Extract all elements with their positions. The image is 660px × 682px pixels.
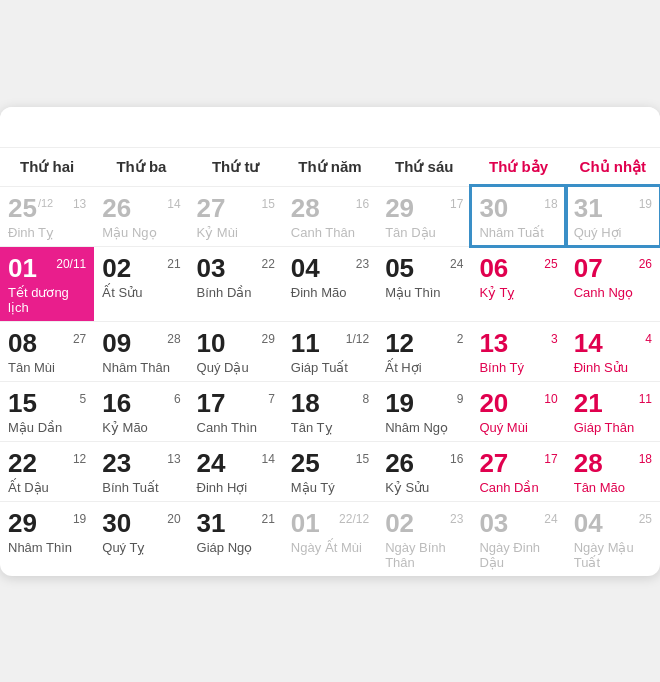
lunar-name: Đinh Hợi xyxy=(197,480,275,495)
calendar-day-5-6[interactable]: 0425Ngày Mậu Tuất xyxy=(566,501,660,576)
lunar-name: Tết dương lịch xyxy=(8,285,86,315)
calendar-day-5-1[interactable]: 3020Quý Tỵ xyxy=(94,501,188,576)
calendar-weekdays: Thứ haiThứ baThứ tưThứ nămThứ sáuThứ bảy… xyxy=(0,147,660,186)
lunar-name: Bính Tý xyxy=(479,360,557,375)
day-number: 07 xyxy=(574,255,603,281)
lunar-small-number: 27 xyxy=(73,332,86,346)
lunar-name: Mậu Ngọ xyxy=(102,225,180,240)
calendar-day-5-2[interactable]: 3121Giáp Ngọ xyxy=(189,501,283,576)
calendar-day-5-4[interactable]: 0223Ngày Bính Thân xyxy=(377,501,471,576)
calendar-day-2-4[interactable]: 122Ất Hợi xyxy=(377,321,471,381)
lunar-small-number: 24 xyxy=(450,257,463,271)
lunar-small-number: 2 xyxy=(457,332,464,346)
lunar-small-number: 19 xyxy=(73,512,86,526)
prev-month-button[interactable] xyxy=(20,123,40,131)
calendar-day-1-6[interactable]: 0726Canh Ngọ xyxy=(566,246,660,321)
calendar-day-0-1[interactable]: 2614Mậu Ngọ xyxy=(94,186,188,246)
calendar-container: Thứ haiThứ baThứ tưThứ nămThứ sáuThứ bảy… xyxy=(0,107,660,576)
weekday-header-6: Chủ nhật xyxy=(566,147,660,186)
calendar-day-4-4[interactable]: 2616Kỷ Sửu xyxy=(377,441,471,501)
day-number: 26 xyxy=(102,195,131,221)
calendar-day-4-6[interactable]: 2818Tân Mão xyxy=(566,441,660,501)
day-number: 03 xyxy=(197,255,226,281)
next-month-button[interactable] xyxy=(620,123,640,131)
day-number: 14 xyxy=(574,330,603,356)
lunar-name: Đinh Tỵ xyxy=(8,225,86,240)
calendar-day-1-1[interactable]: 0221Ất Sửu xyxy=(94,246,188,321)
calendar-day-1-3[interactable]: 0423Đinh Mão xyxy=(283,246,377,321)
calendar-day-3-1[interactable]: 166Kỷ Mão xyxy=(94,381,188,441)
calendar-day-2-5[interactable]: 133Bính Tý xyxy=(471,321,565,381)
lunar-name: Quý Mùi xyxy=(479,420,557,435)
day-number: 31 xyxy=(574,195,603,221)
calendar-day-1-0[interactable]: 0120/11Tết dương lịch xyxy=(0,246,94,321)
lunar-small-number: 21 xyxy=(167,257,180,271)
lunar-small-number: 11 xyxy=(639,392,652,406)
lunar-small-number: 16 xyxy=(356,197,369,211)
lunar-small-number: 19 xyxy=(639,197,652,211)
calendar-day-1-5[interactable]: 0625Kỷ Tỵ xyxy=(471,246,565,321)
lunar-name: Tân Mão xyxy=(574,480,652,495)
lunar-small-number: 14 xyxy=(167,197,180,211)
day-sub: /12 xyxy=(38,198,53,209)
lunar-small-number: 23 xyxy=(450,512,463,526)
calendar-day-3-5[interactable]: 2010Quý Mùi xyxy=(471,381,565,441)
calendar-day-2-3[interactable]: 111/12Giáp Tuất xyxy=(283,321,377,381)
lunar-name: Tân Tỵ xyxy=(291,420,369,435)
calendar-day-0-5[interactable]: 3018Nhâm Tuất xyxy=(471,186,565,246)
calendar-day-5-5[interactable]: 0324Ngày Đinh Dậu xyxy=(471,501,565,576)
calendar-day-3-4[interactable]: 199Nhâm Ngọ xyxy=(377,381,471,441)
calendar-day-0-4[interactable]: 2917Tân Dậu xyxy=(377,186,471,246)
calendar-day-0-2[interactable]: 2715Kỷ Mùi xyxy=(189,186,283,246)
calendar-day-0-6[interactable]: 3119Quý Hợi xyxy=(566,186,660,246)
day-number: 21 xyxy=(574,390,603,416)
calendar-day-4-1[interactable]: 2313Bính Tuất xyxy=(94,441,188,501)
weekday-header-0: Thứ hai xyxy=(0,147,94,186)
lunar-small-number: 21 xyxy=(261,512,274,526)
lunar-small-number: 17 xyxy=(544,452,557,466)
calendar-day-0-0[interactable]: 25/1213Đinh Tỵ xyxy=(0,186,94,246)
calendar-day-5-0[interactable]: 2919Nhâm Thìn xyxy=(0,501,94,576)
lunar-small-number: 26 xyxy=(639,257,652,271)
day-number: 28 xyxy=(574,450,603,476)
lunar-name: Kỷ Mùi xyxy=(197,225,275,240)
calendar-day-3-2[interactable]: 177Canh Thìn xyxy=(189,381,283,441)
calendar-week-3: 155Mậu Dần166Kỷ Mão177Canh Thìn188Tân Tỵ… xyxy=(0,381,660,441)
calendar-day-4-5[interactable]: 2717Canh Dần xyxy=(471,441,565,501)
calendar-day-3-0[interactable]: 155Mậu Dần xyxy=(0,381,94,441)
day-number: 25 xyxy=(8,195,37,221)
weekday-header-3: Thứ năm xyxy=(283,147,377,186)
day-number: 27 xyxy=(197,195,226,221)
calendar-week-5: 2919Nhâm Thìn3020Quý Tỵ3121Giáp Ngọ0122/… xyxy=(0,501,660,576)
day-number: 06 xyxy=(479,255,508,281)
lunar-name: Canh Dần xyxy=(479,480,557,495)
calendar-day-1-2[interactable]: 0322Bính Dần xyxy=(189,246,283,321)
lunar-name: Kỷ Tỵ xyxy=(479,285,557,300)
lunar-small-number: 1/12 xyxy=(346,332,369,346)
lunar-name: Nhâm Ngọ xyxy=(385,420,463,435)
calendar-day-4-3[interactable]: 2515Mậu Tý xyxy=(283,441,377,501)
calendar-day-2-2[interactable]: 1029Quý Dậu xyxy=(189,321,283,381)
lunar-small-number: 23 xyxy=(356,257,369,271)
lunar-small-number: 22/12 xyxy=(339,512,369,526)
calendar-day-2-6[interactable]: 144Đinh Sửu xyxy=(566,321,660,381)
weekday-header-1: Thứ ba xyxy=(94,147,188,186)
lunar-name: Ngày Ất Mùi xyxy=(291,540,369,555)
lunar-small-number: 28 xyxy=(167,332,180,346)
calendar-day-1-4[interactable]: 0524Mậu Thìn xyxy=(377,246,471,321)
calendar-day-3-3[interactable]: 188Tân Tỵ xyxy=(283,381,377,441)
calendar-day-2-0[interactable]: 0827Tân Mùi xyxy=(0,321,94,381)
calendar-day-0-3[interactable]: 2816Canh Thân xyxy=(283,186,377,246)
calendar-day-4-2[interactable]: 2414Đinh Hợi xyxy=(189,441,283,501)
calendar-day-2-1[interactable]: 0928Nhâm Thân xyxy=(94,321,188,381)
lunar-name: Mậu Dần xyxy=(8,420,86,435)
lunar-name: Canh Thân xyxy=(291,225,369,240)
lunar-small-number: 9 xyxy=(457,392,464,406)
calendar-day-3-6[interactable]: 2111Giáp Thân xyxy=(566,381,660,441)
lunar-name: Canh Ngọ xyxy=(574,285,652,300)
lunar-name: Bính Tuất xyxy=(102,480,180,495)
day-number: 30 xyxy=(479,195,508,221)
calendar-day-5-3[interactable]: 0122/12Ngày Ất Mùi xyxy=(283,501,377,576)
lunar-name: Ất Dậu xyxy=(8,480,86,495)
calendar-day-4-0[interactable]: 2212Ất Dậu xyxy=(0,441,94,501)
